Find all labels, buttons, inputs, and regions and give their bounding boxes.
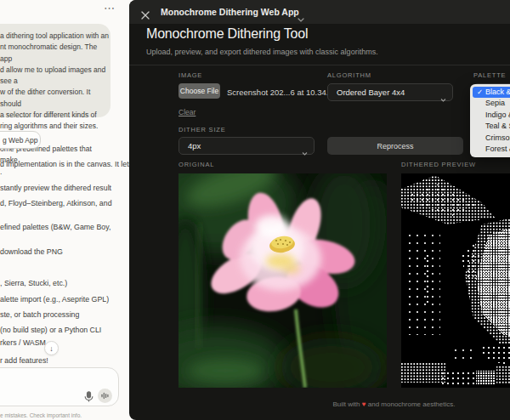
user-line: a dithering tool application with an (0, 31, 110, 42)
chevron-down-icon (440, 91, 446, 107)
palette-option-label: Sepia (485, 99, 505, 107)
assistant-text-line: r add features! (0, 356, 48, 365)
assistant-text-line: rkers / WASM (0, 338, 46, 347)
palette-label: PALETTE (473, 71, 506, 79)
chevron-down-icon[interactable] (298, 10, 304, 26)
conversation-menu-icon[interactable]: ⋯ (104, 2, 115, 14)
choose-file-button[interactable]: Choose File (178, 83, 220, 99)
original-image (178, 173, 387, 388)
user-line: a selector for different kinds of (0, 110, 110, 121)
chevron-down-icon (302, 145, 308, 161)
palette-option-label: Forest & Sky (485, 145, 510, 153)
palette-option-black-white[interactable]: ✓ Black & Whi (473, 87, 510, 98)
palette-option-teal-sand[interactable]: Teal & Sand (470, 121, 510, 132)
assistant-text-line: efined palettes (B&W, Game Boy, (0, 223, 110, 231)
assistant-text-line: stantly preview the dithered result (0, 184, 111, 192)
assistant-text-line: , Sierra, Stucki, etc.) (0, 279, 67, 287)
palette-option-label: Black & Whi (485, 88, 510, 96)
palette-option-forest-sky[interactable]: Forest & Sky (470, 144, 510, 155)
footer-text: and monochrome aesthetics. (368, 400, 456, 408)
dither-size-value: 4px (188, 141, 201, 150)
artifact-topbar: Monochrome Dithering Web App (129, 0, 510, 24)
palette-option-label: Indigo & Ivo (485, 111, 510, 119)
app-screen: ⋯ a dithering tool application with an n… (0, 0, 510, 420)
assistant-text-line: alette import (e.g., Aseprite GPL) (0, 295, 109, 304)
palette-option-sepia[interactable]: Sepia (470, 98, 510, 109)
palette-option-indigo-ivory[interactable]: Indigo & Ivo (470, 110, 510, 121)
dithered-preview-label: DITHERED PREVIEW (401, 161, 476, 168)
dither-size-label: DITHER SIZE (178, 126, 225, 133)
dither-size-select[interactable]: 4px (178, 137, 314, 155)
app-subtitle: Upload, preview, and export dithered ima… (146, 48, 378, 56)
palette-option-label: Teal & Sand (485, 122, 510, 130)
close-icon[interactable] (141, 8, 150, 16)
assistant-text-line: d implementation is in the canvas. It le… (0, 160, 133, 168)
artifact-title-dropdown[interactable]: Monochrome Dithering Web App (161, 7, 299, 17)
palette-option-label: Crimson & C (485, 133, 510, 142)
clear-link[interactable]: Clear (178, 108, 196, 116)
arrow-down-icon: ↓ (49, 344, 54, 353)
image-label: IMAGE (178, 71, 202, 79)
algorithm-select[interactable]: Ordered Bayer 4x4 (327, 83, 453, 101)
user-message-text: a dithering tool application with an nt … (0, 31, 110, 178)
algorithm-label: ALGORITHM (327, 71, 371, 79)
app-title: Monochrome Dithering Tool (146, 26, 308, 42)
algorithm-value: Ordered Bayer 4x4 (337, 88, 405, 97)
palette-dropdown-menu: ✓ Black & Whi Sepia Indigo & Ivo Teal & … (470, 84, 510, 157)
scroll-to-bottom-button[interactable]: ↓ (44, 341, 59, 355)
app-footer: Built with ♥ and monochrome aesthetics. (178, 400, 510, 408)
original-label: ORIGINAL (178, 161, 214, 168)
user-line: d allow me to upload images and see a (0, 65, 110, 88)
section-divider (129, 65, 510, 65)
chat-input-box[interactable] (0, 367, 119, 406)
user-line: w of the dither conversion. It should (0, 87, 110, 110)
assistant-text-line: download the PNG (0, 247, 63, 256)
assistant-text-line: d, Floyd–Steinberg, Atkinson, and (0, 199, 112, 207)
artifact-chip[interactable]: g Web App (0, 131, 41, 149)
voice-mode-button[interactable] (98, 389, 112, 403)
chat-sidebar: ⋯ a dithering tool application with an n… (0, 0, 129, 420)
heart-icon: ♥ (362, 400, 366, 408)
palette-option-crimson[interactable]: Crimson & C (470, 133, 510, 144)
mic-icon[interactable] (84, 390, 94, 406)
footer-text: Built with (333, 400, 360, 408)
checkmark-icon: ✓ (477, 87, 483, 98)
reprocess-button[interactable]: Reprocess (327, 137, 463, 155)
assistant-text-line: (no build step) or a Python CLI (0, 326, 101, 334)
assistant-text-line: ste, or batch processing (0, 310, 79, 319)
artifact-panel: Monochrome Dithering Web App Monochrome … (129, 0, 510, 420)
user-message-bubble: a dithering tool application with an nt … (0, 24, 110, 117)
waveform-icon (101, 392, 109, 400)
user-line: nt monochromatic design. The app (0, 42, 110, 65)
dithered-preview-canvas (401, 173, 510, 388)
artifact-chip-label: g Web App (3, 136, 37, 145)
disclaimer-text: e mistakes. Check important info. (0, 412, 82, 418)
